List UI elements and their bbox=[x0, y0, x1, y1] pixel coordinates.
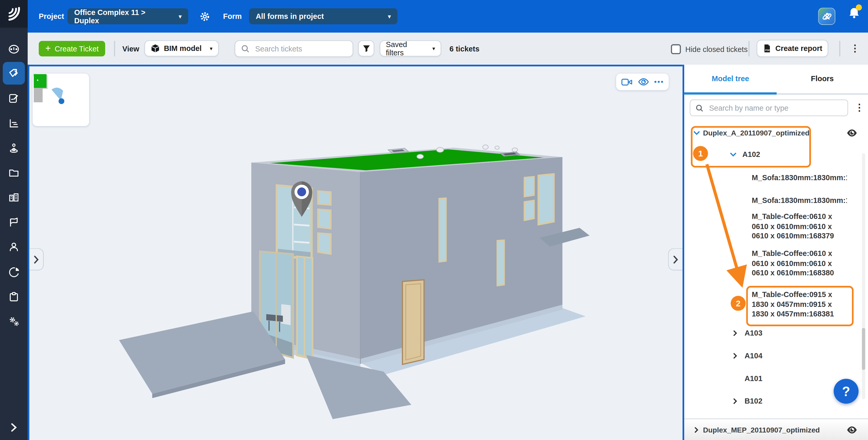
chevron-down-icon: ▾ bbox=[388, 13, 391, 20]
tab-model-tree[interactable]: Model tree bbox=[684, 75, 777, 83]
divider bbox=[839, 41, 840, 56]
divider bbox=[114, 41, 115, 56]
sidebar-item-assets[interactable] bbox=[3, 186, 25, 209]
saved-filters-select[interactable]: Saved filters ▾ bbox=[380, 40, 441, 56]
sidebar-item-dashboard[interactable] bbox=[3, 37, 25, 60]
tree-node-b102[interactable]: B102 bbox=[732, 397, 763, 406]
hide-closed-checkbox[interactable] bbox=[671, 44, 681, 54]
tree-node-label: A103 bbox=[745, 329, 763, 338]
tree-node-label: A101 bbox=[745, 374, 763, 383]
visibility-eye-icon[interactable] bbox=[846, 426, 858, 434]
tree-search-input[interactable] bbox=[708, 103, 843, 112]
sidebar-expand-chevron-icon[interactable] bbox=[3, 416, 25, 439]
mep-model-section: Duplex_MEP_20110907_optimized bbox=[684, 418, 868, 440]
bim-cube-icon bbox=[151, 44, 160, 53]
filter-button[interactable] bbox=[358, 40, 374, 56]
tree-node-a104[interactable]: A104 bbox=[732, 351, 763, 361]
window-narrow-1 bbox=[438, 198, 447, 263]
ticket-count: 6 tickets bbox=[450, 45, 479, 53]
brand-logo[interactable] bbox=[0, 0, 28, 28]
sidebar-item-analytics[interactable] bbox=[3, 260, 25, 283]
project-settings-gear-icon[interactable] bbox=[199, 11, 210, 24]
bim-viewer-canvas[interactable] bbox=[28, 65, 682, 440]
visibility-eye-icon[interactable] bbox=[846, 129, 858, 137]
sidebar-item-reports[interactable] bbox=[3, 112, 25, 134]
plus-icon: + bbox=[45, 43, 51, 54]
minimap-pad bbox=[34, 88, 42, 102]
chevron-down-icon: ▾ bbox=[210, 45, 213, 52]
tree-scrollbar-thumb[interactable] bbox=[862, 328, 865, 370]
svg-text:PDF: PDF bbox=[765, 48, 770, 52]
tree-node-duplex-a[interactable]: Duplex_A_20110907_optimized bbox=[693, 128, 809, 138]
viewer-toolbar bbox=[616, 73, 669, 90]
form-select[interactable]: All forms in project ▾ bbox=[249, 8, 398, 24]
annotation-step-1: 1 bbox=[693, 146, 708, 161]
chevron-right-icon[interactable] bbox=[732, 398, 739, 405]
chevron-right-icon bbox=[34, 255, 38, 264]
sidebar-item-documents[interactable] bbox=[3, 161, 25, 183]
chevron-down-icon[interactable] bbox=[730, 151, 737, 158]
search-tickets-input[interactable] bbox=[254, 44, 347, 53]
sidebar-item-forms[interactable] bbox=[3, 87, 25, 110]
more-options-icon[interactable] bbox=[654, 80, 664, 83]
project-select[interactable]: Office Complex 11 > Duplex ▾ bbox=[67, 8, 188, 24]
project-select-value: Office Complex 11 > Duplex bbox=[74, 8, 173, 25]
tree-node-label: M_Sofa:1830mm:1830mm:168 bbox=[752, 196, 847, 205]
app-window: Project Office Complex 11 > Duplex ▾ For… bbox=[0, 0, 868, 440]
hide-closed-label: Hide closed tickets bbox=[685, 45, 748, 53]
create-ticket-label: Create Ticket bbox=[55, 44, 99, 53]
sidebar-item-tickets[interactable] bbox=[3, 62, 25, 85]
bim-3d-model[interactable] bbox=[29, 66, 682, 440]
sidebar-item-milestones[interactable] bbox=[3, 211, 25, 233]
expand-left-panel-button[interactable] bbox=[29, 248, 44, 270]
minimap[interactable] bbox=[33, 73, 89, 126]
tree-node-sofa-2[interactable]: M_Sofa:1830mm:1830mm:168 bbox=[752, 196, 847, 205]
sidebar-item-people[interactable] bbox=[3, 236, 25, 258]
tree-options-icon[interactable]: ⋮ bbox=[855, 103, 864, 112]
sliding-door bbox=[296, 256, 313, 360]
camera-view-icon[interactable] bbox=[621, 77, 632, 86]
divider bbox=[748, 41, 749, 56]
tree-node-label: M_Sofa:1830mm:1830mm:168 bbox=[752, 173, 847, 183]
tree-node-table-168379[interactable]: M_Table-Coffee:0610 x 0610 x 0610mm:0610… bbox=[752, 212, 847, 241]
hide-closed-toggle[interactable]: Hide closed tickets bbox=[671, 44, 747, 54]
tree-node-table-168381[interactable]: M_Table-Coffee:0915 x 1830 x 0457mm:0915… bbox=[752, 290, 847, 319]
sidebar-item-settings[interactable] bbox=[3, 310, 25, 333]
search-icon bbox=[695, 104, 704, 112]
app-switcher-icon[interactable] bbox=[818, 8, 835, 25]
help-button[interactable]: ? bbox=[834, 379, 859, 404]
collapse-right-panel-button[interactable] bbox=[668, 248, 683, 270]
tree-node-label: B102 bbox=[745, 397, 763, 406]
visibility-eye-icon[interactable] bbox=[638, 77, 649, 86]
more-options-icon[interactable]: ⋮ bbox=[850, 44, 860, 53]
chevron-down-icon: ▾ bbox=[179, 13, 182, 20]
toolbar: + Create Ticket View BIM model ▾ Saved f… bbox=[28, 33, 868, 65]
tree-node-label: M_Table-Coffee:0610 x 0610 x 0610mm:0610… bbox=[752, 212, 847, 241]
view-mode-select[interactable]: BIM model ▾ bbox=[145, 40, 219, 56]
tree-node-label: Duplex_MEP_20110907_optimized bbox=[703, 425, 820, 435]
tab-floors[interactable]: Floors bbox=[777, 75, 868, 83]
tree-node-table-168380[interactable]: M_Table-Coffee:0610 x 0610 x 0610mm:0610… bbox=[752, 249, 847, 278]
tree-node-a102[interactable]: A102 bbox=[730, 150, 760, 160]
tree-node-duplex-mep[interactable]: Duplex_MEP_20110907_optimized bbox=[693, 425, 820, 435]
chevron-down-icon[interactable] bbox=[693, 130, 700, 137]
create-report-button[interactable]: PDF Create report bbox=[757, 40, 828, 57]
chevron-right-icon bbox=[673, 255, 678, 264]
create-ticket-button[interactable]: + Create Ticket bbox=[39, 41, 105, 56]
entry-door[interactable] bbox=[402, 280, 424, 364]
tree-node-sofa-1[interactable]: M_Sofa:1830mm:1830mm:168 bbox=[752, 173, 847, 183]
chevron-right-icon[interactable] bbox=[732, 352, 739, 360]
pdf-file-icon: PDF bbox=[763, 44, 771, 53]
view-mode-value: BIM model bbox=[164, 44, 202, 53]
sidebar-item-tasks[interactable] bbox=[3, 285, 25, 308]
active-tab-underline bbox=[684, 92, 777, 94]
chevron-right-icon[interactable] bbox=[732, 330, 739, 337]
ticket-search bbox=[235, 40, 353, 57]
notifications-bell-icon[interactable] bbox=[847, 5, 864, 25]
tree-node-a101[interactable]: A101 bbox=[745, 374, 763, 383]
tree-node-label: M_Table-Coffee:0915 x 1830 x 0457mm:0915… bbox=[752, 290, 847, 319]
left-sidebar bbox=[0, 0, 28, 440]
chevron-right-icon[interactable] bbox=[693, 426, 700, 434]
tree-node-a103[interactable]: A103 bbox=[732, 329, 763, 338]
sidebar-item-site-walk[interactable] bbox=[3, 136, 25, 159]
